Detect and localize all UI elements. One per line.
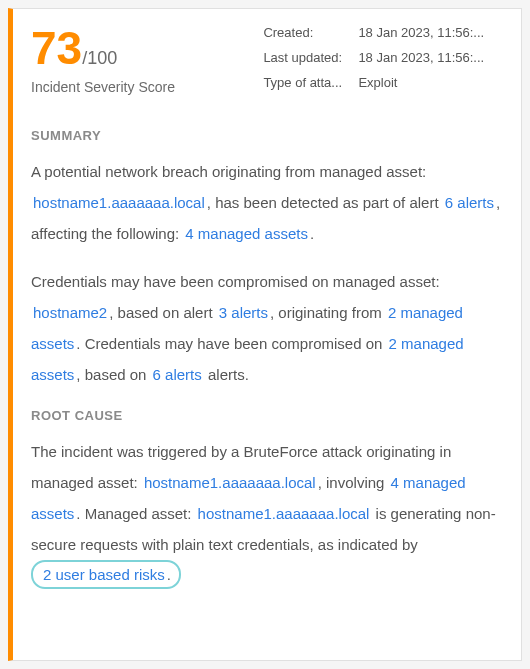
score-value: 73: [31, 22, 82, 74]
meta-key-type: Type of atta...: [263, 75, 358, 90]
text: A potential network breach originating f…: [31, 163, 426, 180]
score-block: 73/100 Incident Severity Score: [31, 25, 243, 100]
meta-key-created: Created:: [263, 25, 358, 40]
meta-val-updated: 18 Jan 2023, 11:56:...: [358, 50, 503, 65]
text: , originating from: [270, 304, 386, 321]
section-title-summary: SUMMARY: [31, 128, 503, 143]
header-row: 73/100 Incident Severity Score Created: …: [31, 25, 503, 100]
link-hostname1[interactable]: hostname1.aaaaaaa.local: [31, 194, 207, 211]
text: , has been detected as part of alert: [207, 194, 443, 211]
link-2-user-based-risks[interactable]: 2 user based risks: [41, 566, 167, 583]
meta-val-type: Exploit: [358, 75, 503, 90]
summary-paragraph-2: Credentials may have been compromised on…: [31, 267, 503, 390]
link-4-managed-assets[interactable]: 4 managed assets: [183, 225, 310, 242]
text: .: [167, 566, 171, 583]
summary-paragraph-1: A potential network breach originating f…: [31, 157, 503, 249]
meta-row-type: Type of atta... Exploit: [263, 75, 503, 90]
section-title-root-cause: ROOT CAUSE: [31, 408, 503, 423]
link-hostname1-rc2[interactable]: hostname1.aaaaaaa.local: [196, 505, 372, 522]
meta-key-updated: Last updated:: [263, 50, 358, 65]
highlighted-risks: 2 user based risks.: [31, 560, 181, 589]
text: , based on alert: [109, 304, 217, 321]
link-3-alerts[interactable]: 3 alerts: [217, 304, 270, 321]
incident-card: 73/100 Incident Severity Score Created: …: [8, 8, 522, 661]
score-denom: /100: [82, 48, 117, 68]
link-6-alerts-b[interactable]: 6 alerts: [151, 366, 204, 383]
text: . Credentials may have been compromised …: [76, 335, 386, 352]
meta-block: Created: 18 Jan 2023, 11:56:... Last upd…: [263, 25, 503, 100]
text: Credentials may have been compromised on…: [31, 273, 440, 290]
text: alerts.: [204, 366, 249, 383]
root-cause-paragraph: The incident was triggered by a BruteFor…: [31, 437, 503, 591]
text: .: [310, 225, 314, 242]
text: . Managed asset:: [76, 505, 195, 522]
meta-row-updated: Last updated: 18 Jan 2023, 11:56:...: [263, 50, 503, 65]
text: , involving: [318, 474, 389, 491]
score-label: Incident Severity Score: [31, 79, 243, 95]
meta-row-created: Created: 18 Jan 2023, 11:56:...: [263, 25, 503, 40]
link-hostname1-rc[interactable]: hostname1.aaaaaaa.local: [142, 474, 318, 491]
link-hostname2[interactable]: hostname2: [31, 304, 109, 321]
link-6-alerts[interactable]: 6 alerts: [443, 194, 496, 211]
text: , based on: [76, 366, 150, 383]
meta-val-created: 18 Jan 2023, 11:56:...: [358, 25, 503, 40]
